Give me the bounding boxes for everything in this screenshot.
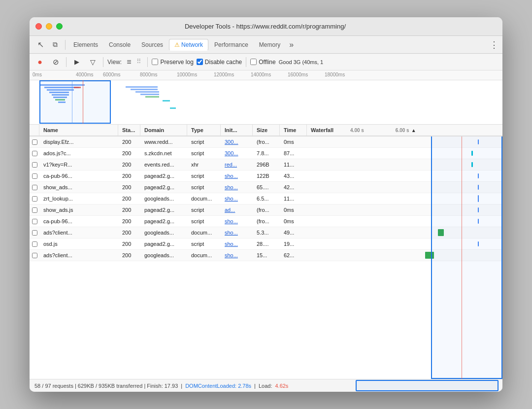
th-size[interactable]: Size bbox=[253, 125, 280, 136]
row-domain: pagead2.g... bbox=[140, 171, 187, 181]
wf-indicator bbox=[478, 195, 479, 202]
timeline-ruler: 0ms 4000ms 6000ms 8000ms 10000ms 12000ms… bbox=[30, 70, 502, 80]
row-checkbox[interactable] bbox=[32, 230, 37, 236]
row-checkbox[interactable] bbox=[32, 139, 37, 145]
status-bar: 58 / 97 requests | 629KB / 935KB transfe… bbox=[30, 379, 502, 392]
row-size: (fro... bbox=[253, 216, 280, 226]
row-checkbox[interactable] bbox=[32, 162, 37, 168]
camera-button[interactable]: ▶ bbox=[70, 56, 83, 68]
tab-console[interactable]: Console bbox=[104, 39, 135, 50]
disable-cache-checkbox[interactable]: Disable cache bbox=[197, 59, 242, 66]
row-initiator: sho... bbox=[221, 171, 253, 181]
row-status: 200 bbox=[118, 194, 140, 204]
row-type: xhr bbox=[187, 160, 221, 170]
fullscreen-button[interactable] bbox=[56, 23, 63, 30]
grid-view-icon[interactable]: ⠿ bbox=[134, 57, 143, 68]
row-status: 200 bbox=[118, 182, 140, 192]
filter-button[interactable]: ▽ bbox=[86, 56, 99, 68]
devtools-window: Developer Tools - https://www.reddit.com… bbox=[30, 17, 502, 392]
tab-memory[interactable]: Memory bbox=[254, 39, 285, 50]
list-view-icon[interactable]: ≡ bbox=[125, 57, 133, 68]
cursor-icon[interactable]: ↖ bbox=[33, 38, 47, 52]
row-checkbox[interactable] bbox=[32, 173, 37, 179]
row-status: 200 bbox=[118, 160, 140, 170]
table-row[interactable]: display.Efz... 200 www.redd... script 30… bbox=[30, 136, 502, 148]
table-row[interactable]: ads?client... 200 googleads... docum... … bbox=[30, 250, 502, 261]
timeline-marker-line bbox=[72, 80, 72, 124]
row-checkbox[interactable] bbox=[32, 219, 37, 224]
table-header: Name Sta... Domain Type Init... Size Tim… bbox=[30, 125, 502, 136]
row-size: 7.8... bbox=[253, 148, 280, 158]
toolbar-separator-1 bbox=[66, 57, 66, 67]
row-checkbox[interactable] bbox=[32, 185, 37, 190]
th-checkbox bbox=[30, 125, 39, 136]
row-status: 200 bbox=[118, 205, 140, 215]
row-checkbox[interactable] bbox=[32, 207, 37, 213]
row-size: 296B bbox=[253, 160, 280, 170]
th-status[interactable]: Sta... bbox=[118, 125, 140, 136]
row-checkbox[interactable] bbox=[32, 151, 37, 156]
layers-icon[interactable]: ⧉ bbox=[48, 38, 62, 52]
row-name: show_ads... bbox=[39, 182, 118, 192]
throttle-label[interactable]: Good 3G (40ms, 1 bbox=[279, 59, 324, 65]
preserve-log-checkbox[interactable]: Preserve log bbox=[152, 59, 193, 66]
row-checkbox[interactable] bbox=[32, 241, 37, 247]
th-time[interactable]: Time bbox=[280, 125, 307, 136]
wf-indicator bbox=[478, 207, 479, 212]
row-checkbox-cell bbox=[30, 219, 39, 224]
more-tabs-button[interactable]: » bbox=[286, 38, 297, 51]
row-type: script bbox=[187, 171, 221, 181]
row-time: 43... bbox=[280, 171, 307, 181]
clear-button[interactable]: ⊘ bbox=[49, 56, 62, 68]
minimize-button[interactable] bbox=[46, 23, 52, 30]
tab-sources[interactable]: Sources bbox=[136, 39, 168, 50]
tab-bar: ↖ ⧉ Elements Console Sources ⚠Network Pe… bbox=[30, 36, 502, 54]
ruler-marks-container: 0ms 4000ms 6000ms 8000ms 10000ms 12000ms… bbox=[32, 70, 502, 80]
timeline-overview[interactable]: 0ms 4000ms 6000ms 8000ms 10000ms 12000ms… bbox=[30, 70, 502, 125]
table-row[interactable]: v1?key=R... 200 events.red... xhr red...… bbox=[30, 159, 502, 170]
table-row[interactable]: zrt_lookup... 200 googleads... docum... … bbox=[30, 193, 502, 204]
timeline-chart[interactable] bbox=[30, 80, 502, 124]
dom-content-loaded-label: DOMContentLoaded: 2.78s bbox=[185, 383, 251, 389]
tab-network[interactable]: ⚠Network bbox=[169, 39, 208, 51]
close-button[interactable] bbox=[35, 23, 42, 30]
row-checkbox[interactable] bbox=[32, 253, 37, 258]
table-row[interactable]: ca-pub-96... 200 pagead2.g... script sho… bbox=[30, 170, 502, 182]
table-row[interactable]: show_ads.js 200 pagead2.g... script ad..… bbox=[30, 204, 502, 216]
th-domain[interactable]: Domain bbox=[140, 125, 187, 136]
timeline-selection-box[interactable] bbox=[39, 80, 111, 124]
table-row[interactable]: show_ads... 200 pagead2.g... script sho.… bbox=[30, 182, 502, 193]
row-initiator: sho... bbox=[221, 239, 253, 249]
th-type[interactable]: Type bbox=[187, 125, 221, 136]
table-row[interactable]: ados.js?c... 200 s.zkcdn.net script 300.… bbox=[30, 148, 502, 159]
table-row[interactable]: ads?client... 200 googleads... docum... … bbox=[30, 227, 502, 239]
wf-indicator bbox=[478, 185, 479, 190]
row-size: 6.5... bbox=[253, 194, 280, 204]
status-summary: 58 / 97 requests | 629KB / 935KB transfe… bbox=[34, 383, 178, 389]
menu-dots-button[interactable]: ⋮ bbox=[490, 39, 499, 50]
row-checkbox-cell bbox=[30, 253, 39, 258]
preserve-log-input[interactable] bbox=[152, 59, 158, 65]
disable-cache-input[interactable] bbox=[197, 59, 203, 65]
offline-checkbox[interactable]: Offline bbox=[250, 59, 275, 66]
row-time: 11... bbox=[280, 194, 307, 204]
row-waterfall bbox=[307, 227, 502, 238]
row-checkbox[interactable] bbox=[32, 196, 37, 202]
tab-elements[interactable]: Elements bbox=[68, 39, 103, 50]
offline-input[interactable] bbox=[250, 59, 257, 65]
wf-bar-r2 bbox=[131, 89, 158, 90]
row-type: script bbox=[187, 182, 221, 192]
table-row[interactable]: osd.js 200 pagead2.g... script sho... 28… bbox=[30, 239, 502, 250]
record-button[interactable]: ● bbox=[33, 56, 46, 68]
row-checkbox-cell bbox=[30, 196, 39, 202]
th-initiator[interactable]: Init... bbox=[221, 125, 253, 136]
th-waterfall[interactable]: Waterfall 4.00 s 6.00 s ▲ bbox=[307, 125, 502, 136]
row-waterfall bbox=[307, 136, 502, 147]
ruler-mark-16000ms: 16000ms bbox=[288, 72, 308, 77]
row-waterfall bbox=[307, 182, 502, 193]
row-domain: googleads... bbox=[140, 228, 187, 238]
tab-performance[interactable]: Performance bbox=[209, 39, 253, 50]
table-row[interactable]: ca-pub-96... 200 pagead2.g... script sho… bbox=[30, 216, 502, 227]
row-domain: pagead2.g... bbox=[140, 182, 187, 192]
th-name[interactable]: Name bbox=[39, 125, 118, 136]
